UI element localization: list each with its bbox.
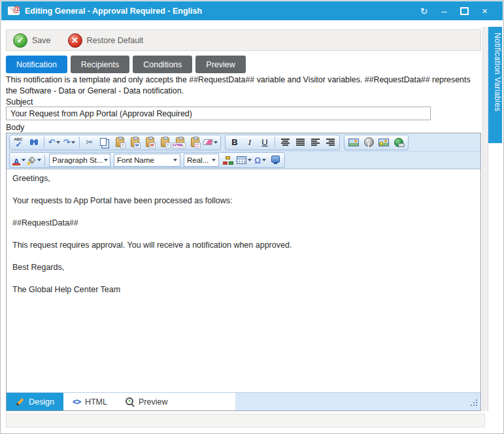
tab-notification[interactable]: Notification: [6, 56, 67, 73]
tab-recipients[interactable]: Recipients: [71, 56, 129, 73]
toolbar-separator: [275, 137, 275, 148]
insert-image-button[interactable]: [346, 135, 361, 149]
notification-variables-tab[interactable]: Notification Variables: [488, 27, 502, 143]
close-button[interactable]: ×: [475, 4, 495, 18]
link-manager-button[interactable]: [221, 154, 235, 167]
chevron-down-icon: [56, 141, 60, 144]
toolbar-group: [344, 135, 409, 150]
toolbar-group: Paragraph St...Font NameReal...Ω: [9, 152, 285, 168]
format-stripper-icon: [203, 139, 213, 145]
paste-markup-button[interactable]: ▢: [188, 135, 202, 149]
body-paragraph: ##RequestData##: [12, 218, 475, 228]
save-button[interactable]: ✓ Save: [13, 33, 51, 48]
foreground-color-button[interactable]: [12, 154, 26, 167]
tab-preview[interactable]: Preview: [195, 56, 245, 73]
insert-symbol-icon: Ω: [254, 156, 261, 165]
undo-button[interactable]: ↶: [47, 135, 61, 149]
toolbar-group: ↶↷✂≡WW≡HTML▢: [9, 135, 221, 150]
background-color-button[interactable]: [27, 154, 42, 167]
align-left-button[interactable]: [308, 135, 322, 149]
body-label: Body: [6, 123, 24, 132]
window-title: Editing General - Approval Required - En…: [25, 7, 202, 16]
copy-button[interactable]: [97, 135, 112, 149]
insert-symbol-button[interactable]: Ω: [253, 154, 267, 167]
format-stripper-button[interactable]: [203, 135, 218, 149]
refresh-button[interactable]: ↻: [414, 4, 434, 18]
image-manager-button[interactable]: [377, 135, 391, 149]
align-justify-icon: [296, 139, 305, 146]
side-splitter: [482, 27, 488, 411]
window-controls: ↻ – ×: [414, 4, 503, 18]
dialog-window: Editing General - Approval Required - En…: [0, 0, 504, 434]
italic-button[interactable]: I: [243, 135, 257, 149]
bold-icon: B: [231, 138, 237, 146]
minimize-button[interactable]: –: [434, 4, 454, 18]
undo-icon: ↶: [48, 138, 56, 146]
module-manager-button[interactable]: [268, 154, 282, 167]
subject-label: Subject: [6, 97, 33, 107]
insert-table-icon: [237, 156, 246, 164]
align-justify-button[interactable]: [293, 135, 307, 149]
resize-grip[interactable]: [469, 398, 478, 407]
design-tab[interactable]: Design: [7, 393, 63, 410]
paragraph-style-combo[interactable]: Paragraph St...: [49, 154, 110, 167]
pencil-icon: [16, 397, 24, 406]
paste-plain-text-icon-overlay: ≡: [165, 142, 171, 148]
hyperlink-manager-icon: [394, 138, 403, 147]
paste-from-word-button[interactable]: W: [127, 135, 142, 149]
html-tab[interactable]: HTML: [63, 393, 116, 410]
underline-button[interactable]: U: [258, 135, 272, 149]
align-right-button[interactable]: [323, 135, 337, 149]
toolbar-separator: [44, 137, 44, 148]
maximize-button[interactable]: [454, 4, 475, 18]
paste-icon: ≡: [116, 137, 124, 147]
html-tab-label: HTML: [85, 397, 107, 407]
paste-from-word-strip-font-button[interactable]: W: [143, 135, 157, 149]
preview-tab[interactable]: Preview: [116, 393, 176, 410]
body-paragraph: The Global Help Center Team: [12, 285, 475, 295]
insert-table-button[interactable]: [236, 154, 252, 167]
save-check-icon: ✓: [13, 33, 27, 48]
editor-content-area[interactable]: Greetings,Your requests to App Portal ha…: [7, 169, 480, 392]
paste-button[interactable]: ≡: [112, 135, 127, 149]
chevron-down-icon: [71, 141, 75, 144]
titlebar: Editing General - Approval Required - En…: [1, 1, 503, 20]
toolbar-separator: [79, 137, 80, 148]
align-center-button[interactable]: [278, 135, 292, 149]
design-tab-label: Design: [29, 397, 54, 407]
paste-from-word-icon-overlay: W: [134, 142, 141, 148]
maximize-icon: [460, 7, 469, 15]
redo-icon: ↷: [63, 138, 71, 146]
cut-icon: ✂: [86, 138, 93, 146]
dialog-footer: [6, 414, 485, 427]
restore-x-icon: ✕: [68, 33, 82, 48]
paste-from-word-icon: W: [131, 137, 139, 147]
redo-button[interactable]: ↷: [62, 135, 76, 149]
link-manager-icon: [223, 156, 233, 165]
cut-button[interactable]: ✂: [82, 135, 97, 149]
editor-mode-tabstrip: Design HTML Preview: [7, 392, 480, 410]
chevron-down-icon: [37, 159, 41, 161]
find-and-replace-button[interactable]: [27, 135, 41, 149]
chevron-down-icon: [212, 159, 216, 161]
find-and-replace-icon: [29, 138, 39, 146]
foreground-color-icon: [12, 156, 20, 165]
restore-default-button[interactable]: ✕ Restore Default: [68, 33, 144, 48]
spellcheck-button[interactable]: [12, 135, 26, 149]
paste-as-html-icon: HTML: [176, 137, 184, 147]
flash-manager-button[interactable]: [361, 135, 376, 149]
chevron-down-icon: [214, 141, 218, 144]
editor-toolbar-row1: ↶↷✂≡WW≡HTML▢BIU: [7, 133, 480, 152]
subject-input[interactable]: [6, 107, 431, 120]
paste-as-html-button[interactable]: HTML: [173, 135, 187, 149]
tab-conditions[interactable]: Conditions: [133, 56, 192, 73]
chevron-down-icon: [104, 159, 108, 161]
font-size-combo-label: Real...: [187, 156, 209, 164]
paste-plain-text-button[interactable]: ≡: [158, 135, 172, 149]
bold-button[interactable]: B: [227, 135, 242, 149]
insert-image-icon: [348, 139, 359, 146]
template-info-text: This notification is a template and only…: [6, 75, 482, 97]
font-name-combo[interactable]: Font Name: [114, 154, 180, 167]
font-size-combo[interactable]: Real...: [184, 154, 219, 167]
hyperlink-manager-button[interactable]: [392, 135, 406, 149]
